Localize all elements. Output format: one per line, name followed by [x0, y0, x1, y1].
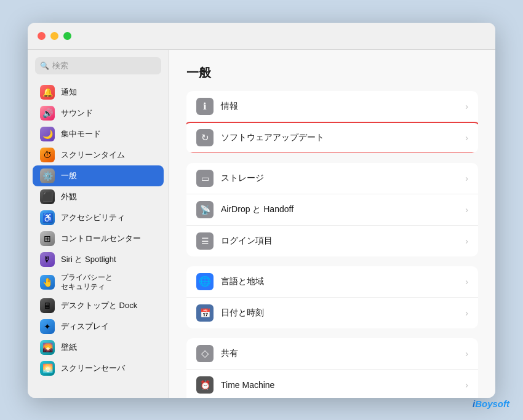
software-update-row[interactable]: ↻ ソフトウェアアップデート ›	[186, 122, 478, 153]
language-row[interactable]: 🌐 言語と地域 ›	[186, 266, 478, 298]
chevron-icon: ›	[465, 277, 468, 287]
main-layout: 🔍 検索 🔔 通知 🔊 サウンド 🌙 集中モード ⏱ スクリーンタイム ⚙️	[28, 50, 495, 398]
sidebar-label: Siri と Spotlight	[61, 254, 116, 265]
screentime-icon: ⏱	[40, 148, 55, 162]
sidebar-label: サウンド	[61, 108, 93, 119]
notifications-icon: 🔔	[40, 85, 55, 100]
accessibility-icon: ♿	[40, 210, 55, 225]
language-label: 言語と地域	[221, 276, 458, 287]
sidebar-label: 集中モード	[61, 129, 101, 140]
login-items-label: ログイン項目	[221, 236, 458, 247]
sidebar-label: 一般	[61, 170, 77, 181]
sidebar-item-screentime[interactable]: ⏱ スクリーンタイム	[33, 145, 164, 165]
sidebar-item-focus[interactable]: 🌙 集中モード	[33, 124, 164, 145]
login-items-icon: ☰	[196, 232, 214, 250]
sharing-icon: ◇	[196, 345, 214, 362]
sidebar-item-general[interactable]: ⚙️ 一般	[33, 165, 164, 186]
sidebar-item-appearance[interactable]: ⬛ 外観	[33, 186, 164, 207]
wallpaper-icon: 🌄	[40, 340, 55, 355]
main-content: 一般 ℹ 情報 › ↻ ソフトウェアアップデート ›	[169, 50, 495, 398]
login-items-row[interactable]: ☰ ログイン項目 ›	[186, 226, 478, 256]
datetime-row[interactable]: 📅 日付と時刻 ›	[186, 298, 478, 328]
sharing-label: 共有	[221, 348, 458, 359]
search-bar[interactable]: 🔍 検索	[35, 57, 161, 74]
page-title: 一般	[186, 65, 478, 81]
sidebar-item-wallpaper[interactable]: 🌄 壁紙	[33, 337, 164, 358]
screensaver-icon: 🌅	[40, 361, 55, 376]
settings-group-4: ◇ 共有 › ⏰ Time Machine › ↩ 転送またはリセット	[186, 338, 478, 398]
datetime-label: 日付と時刻	[221, 307, 458, 319]
software-update-icon: ↻	[196, 129, 214, 146]
search-icon: 🔍	[40, 61, 49, 70]
sidebar-label: アクセシビリティ	[61, 212, 125, 223]
sidebar-item-displays[interactable]: ✦ ディスプレイ	[33, 316, 164, 337]
settings-group-1: ℹ 情報 › ↻ ソフトウェアアップデート ›	[186, 91, 478, 153]
sidebar-label: 壁紙	[61, 342, 77, 353]
control-center-icon: ⊞	[40, 231, 55, 246]
sidebar-label: スクリーンタイム	[61, 149, 125, 160]
sidebar-item-notifications[interactable]: 🔔 通知	[33, 82, 164, 103]
datetime-icon: 📅	[196, 304, 214, 322]
brand-suffix: Boysoft	[475, 398, 509, 409]
system-settings-window: 🔍 検索 🔔 通知 🔊 サウンド 🌙 集中モード ⏱ スクリーンタイム ⚙️	[28, 23, 495, 398]
sidebar-label: 通知	[61, 87, 77, 98]
storage-label: ストレージ	[221, 173, 458, 184]
search-placeholder: 検索	[52, 60, 68, 71]
displays-icon: ✦	[40, 319, 55, 334]
desktop-icon: 🖥	[40, 298, 55, 313]
minimize-button[interactable]	[50, 32, 58, 40]
time-machine-label: Time Machine	[221, 380, 458, 390]
sidebar-item-privacy[interactable]: 🤚 プライバシーとセキュリティ	[33, 270, 164, 295]
close-button[interactable]	[38, 32, 46, 40]
airdrop-label: AirDrop と Handoff	[221, 204, 458, 215]
traffic-lights	[38, 32, 71, 40]
settings-group-3: 🌐 言語と地域 › 📅 日付と時刻 ›	[186, 266, 478, 328]
chevron-icon: ›	[465, 101, 468, 111]
language-icon: 🌐	[196, 273, 214, 290]
maximize-button[interactable]	[63, 32, 71, 40]
sidebar-label: プライバシーとセキュリティ	[61, 273, 113, 292]
chevron-icon: ›	[465, 349, 468, 359]
chevron-icon: ›	[465, 205, 468, 215]
time-machine-icon: ⏰	[196, 376, 214, 394]
sidebar-item-screensaver[interactable]: 🌅 スクリーンセーバ	[33, 358, 164, 379]
chevron-icon: ›	[465, 173, 468, 183]
chevron-icon: ›	[465, 380, 468, 390]
general-icon: ⚙️	[40, 168, 55, 183]
sidebar-label: コントロールセンター	[61, 233, 141, 244]
sidebar-item-sound[interactable]: 🔊 サウンド	[33, 103, 164, 124]
sidebar: 🔍 検索 🔔 通知 🔊 サウンド 🌙 集中モード ⏱ スクリーンタイム ⚙️	[28, 50, 169, 398]
settings-group-2: ▭ ストレージ › 📡 AirDrop と Handoff › ☰	[186, 163, 478, 256]
sharing-row[interactable]: ◇ 共有 ›	[186, 338, 478, 370]
sidebar-item-control-center[interactable]: ⊞ コントロールセンター	[33, 228, 164, 249]
storage-row[interactable]: ▭ ストレージ ›	[186, 163, 478, 194]
sidebar-item-siri[interactable]: 🎙 Siri と Spotlight	[33, 249, 164, 270]
sidebar-label: ディスプレイ	[61, 321, 109, 332]
chevron-icon: ›	[465, 236, 468, 246]
sidebar-item-accessibility[interactable]: ♿ アクセシビリティ	[33, 207, 164, 228]
software-update-label: ソフトウェアアップデート	[221, 132, 458, 143]
focus-icon: 🌙	[40, 127, 55, 141]
chevron-icon: ›	[465, 308, 468, 318]
storage-icon: ▭	[196, 170, 214, 187]
siri-icon: 🎙	[40, 252, 55, 267]
about-label: 情報	[221, 101, 458, 112]
privacy-icon: 🤚	[40, 275, 55, 290]
iboysoft-logo: iBoysoft	[473, 398, 509, 409]
airdrop-row[interactable]: 📡 AirDrop と Handoff ›	[186, 194, 478, 226]
appearance-icon: ⬛	[40, 189, 55, 204]
titlebar	[28, 23, 495, 50]
sound-icon: 🔊	[40, 106, 55, 121]
airdrop-icon: 📡	[196, 201, 214, 218]
sidebar-item-desktop[interactable]: 🖥 デスクトップと Dock	[33, 295, 164, 316]
about-row[interactable]: ℹ 情報 ›	[186, 91, 478, 122]
about-icon: ℹ	[196, 98, 214, 115]
sidebar-label: 外観	[61, 191, 77, 202]
chevron-icon: ›	[465, 133, 468, 143]
sidebar-label: デスクトップと Dock	[61, 300, 137, 311]
time-machine-row[interactable]: ⏰ Time Machine ›	[186, 370, 478, 398]
sidebar-label: スクリーンセーバ	[61, 363, 125, 374]
